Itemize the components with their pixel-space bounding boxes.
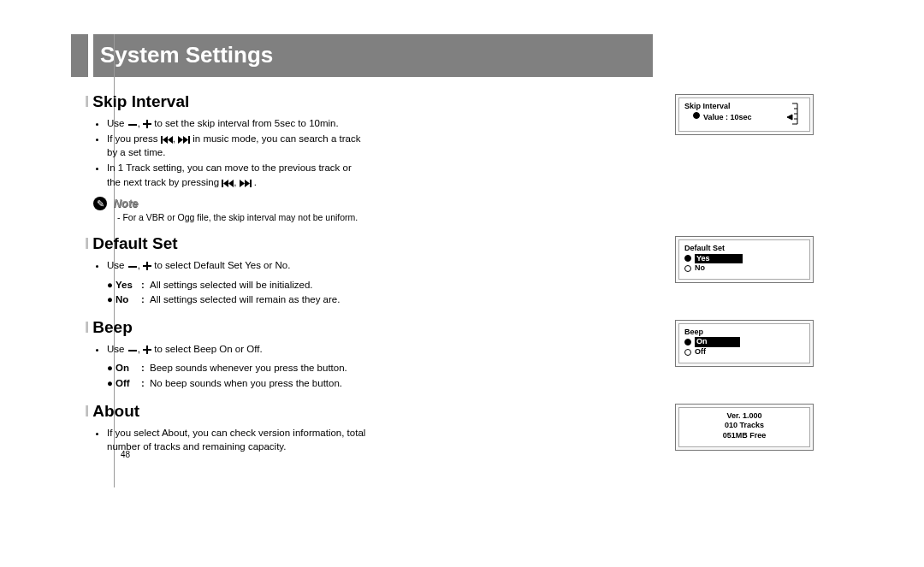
- svg-rect-2: [143, 123, 151, 125]
- svg-rect-27: [143, 349, 151, 351]
- screen-beep-opt-on: On: [684, 337, 804, 347]
- screen-skip-interval: Skip Interval Value : 10sec: [675, 94, 814, 135]
- svg-rect-25: [128, 350, 137, 351]
- plus-icon: [143, 120, 151, 128]
- minus-icon: [127, 347, 138, 354]
- svg-rect-14: [250, 180, 252, 187]
- screen-default-opt-yes: Yes: [684, 254, 804, 264]
- heading-about: IAbout: [85, 402, 653, 421]
- svg-rect-9: [222, 180, 223, 187]
- svg-marker-7: [183, 136, 188, 144]
- about-version: Ver. 1.000: [684, 411, 804, 422]
- default-yes-def: ●Yes:All settings selected will be initi…: [85, 278, 312, 292]
- default-bullet-1: Use , to select Default Set Yes or No.: [107, 258, 367, 273]
- screen-about: Ver. 1.000 010 Tracks 051MB Free: [675, 404, 814, 451]
- section-default-set: IDefault Set Use , to select Default Set…: [85, 234, 653, 306]
- svg-marker-13: [245, 180, 250, 187]
- skip-bullet-1: Use , to set the skip interval from 5sec…: [107, 116, 367, 131]
- about-free: 051MB Free: [684, 431, 804, 441]
- heading-default-set: IDefault Set: [85, 234, 653, 253]
- slider-scale-icon: [779, 102, 803, 126]
- screen-default-title: Default Set: [684, 244, 804, 254]
- screen-default-opt-no: No: [684, 263, 804, 274]
- svg-marker-11: [228, 180, 234, 187]
- next-track-icon: [178, 136, 190, 144]
- skip-bullet-2: If you press , in music mode, you can se…: [107, 132, 367, 160]
- beep-off-def: ●Off:No beep sounds when you press the b…: [85, 376, 342, 390]
- default-no-def: ●No:All settings selected will remain as…: [85, 292, 340, 306]
- svg-marker-12: [240, 180, 245, 187]
- header-accent: [88, 34, 93, 77]
- svg-rect-24: [143, 265, 151, 267]
- next-track-icon: [240, 180, 252, 187]
- screen-default-set: Default Set Yes No: [675, 236, 814, 283]
- about-bullet-1: If you select About, you can check versi…: [107, 426, 367, 454]
- beep-bullets: Use , to select Beep On or Off.: [85, 342, 367, 357]
- heading-beep: IBeep: [85, 318, 653, 337]
- default-bullets: Use , to select Default Set Yes or No.: [85, 258, 367, 273]
- screen-beep: Beep On Off: [675, 320, 814, 367]
- section-beep: IBeep Use , to select Beep On or Off. ●O…: [85, 318, 653, 390]
- page-title: System Settings: [100, 42, 273, 68]
- prev-track-icon: [222, 180, 234, 187]
- section-skip-interval: ISkip Interval Use , to set the skip int…: [85, 92, 653, 222]
- plus-icon: [143, 262, 151, 270]
- header-bar: System Settings: [71, 34, 653, 77]
- svg-marker-5: [168, 136, 173, 144]
- note-icon: ✎: [93, 197, 107, 210]
- plus-icon: [143, 346, 151, 354]
- minus-icon: [127, 263, 138, 270]
- beep-bullet-1: Use , to select Beep On or Off.: [107, 342, 367, 357]
- note-body: - For a VBR or Ogg file, the skip interv…: [117, 212, 367, 222]
- svg-rect-0: [128, 124, 137, 126]
- svg-marker-6: [178, 136, 183, 144]
- svg-marker-10: [223, 180, 228, 187]
- skip-bullet-3: In 1 Track setting, you can move to the …: [107, 161, 367, 189]
- svg-rect-8: [188, 136, 190, 144]
- svg-rect-3: [161, 136, 163, 144]
- page-number: 48: [121, 450, 130, 459]
- heading-skip-interval: ISkip Interval: [85, 92, 653, 111]
- svg-marker-4: [163, 136, 168, 144]
- minus-icon: [127, 121, 138, 128]
- prev-track-icon: [161, 136, 173, 144]
- screen-beep-opt-off: Off: [684, 347, 804, 357]
- content-area: ISkip Interval Use , to set the skip int…: [85, 92, 653, 454]
- section-about: IAbout If you select About, you can chec…: [85, 402, 653, 454]
- beep-on-def: ●On:Beep sounds whenever you press the b…: [85, 361, 347, 375]
- skip-bullets: Use , to set the skip interval from 5sec…: [85, 116, 367, 189]
- note-heading: ✎ Note: [93, 196, 367, 210]
- about-tracks: 010 Tracks: [684, 421, 804, 431]
- note-label: Note: [114, 197, 139, 210]
- manual-page: System Settings ISkip Interval Use , to …: [71, 34, 653, 454]
- screen-beep-title: Beep: [684, 328, 804, 338]
- svg-marker-21: [787, 115, 792, 120]
- svg-rect-22: [128, 266, 137, 268]
